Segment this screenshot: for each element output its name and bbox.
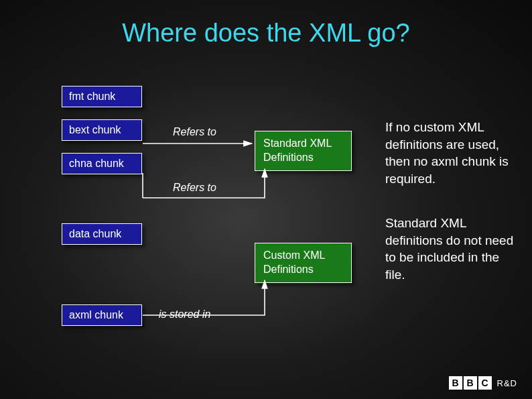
body-text-2: Standard XML definitions do not need to … [385,215,519,284]
slide-title: Where does the XML go? [0,0,532,48]
connector-arrows [0,0,532,399]
logo-letter-b2: B [464,376,477,390]
fmt-chunk-box: fmt chunk [62,86,142,107]
edge-label-refers-1: Refers to [173,126,216,138]
data-chunk-box: data chunk [62,223,142,245]
bext-chunk-box: bext chunk [62,119,142,141]
logo-letter-b1: B [449,376,462,390]
standard-xml-def-box: Standard XML Definitions [255,131,352,171]
logo-rd-text: R&D [497,378,517,388]
edge-label-refers-2: Refers to [173,182,216,194]
bbc-rd-logo: B B C R&D [449,376,517,390]
chna-chunk-box: chna chunk [62,153,142,174]
custom-xml-def-box: Custom XML Definitions [255,243,352,283]
logo-letter-c: C [478,376,492,390]
edge-label-stored: is stored in [159,308,210,321]
body-text-1: If no custom XML definitions are used, t… [385,119,519,188]
axml-chunk-box: axml chunk [62,304,142,326]
